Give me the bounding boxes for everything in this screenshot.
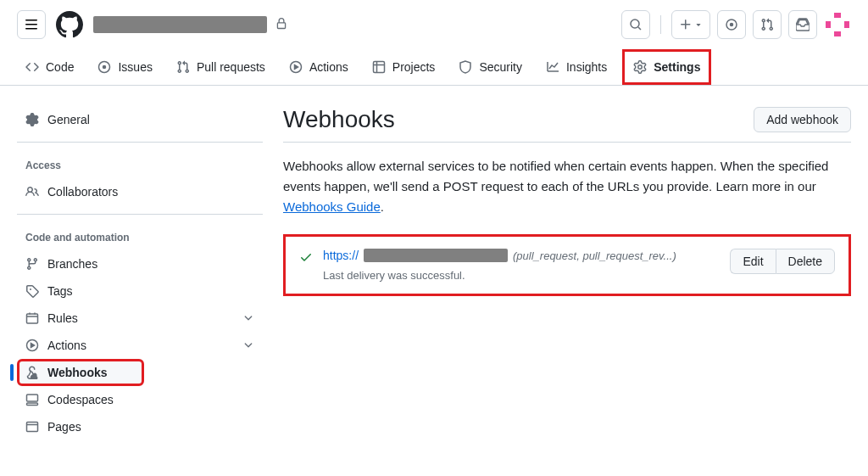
sidebar-item-label: Rules — [47, 311, 78, 325]
top-header — [0, 0, 868, 49]
svg-rect-16 — [27, 423, 38, 432]
nav-issues-label: Issues — [118, 60, 152, 74]
webhook-events: (pull_request, pull_request_rev...) — [513, 249, 676, 262]
plus-icon — [679, 18, 693, 31]
issue-icon — [97, 60, 111, 74]
repo-name-redacted — [93, 16, 267, 33]
header-left — [17, 10, 287, 39]
sidebar-item-label: General — [47, 113, 90, 126]
shield-icon — [459, 60, 472, 74]
sidebar-item-collaborators[interactable]: Collaborators — [17, 178, 263, 205]
pull-requests-global-button[interactable] — [753, 10, 782, 39]
svg-rect-15 — [27, 403, 38, 406]
nav-projects[interactable]: Projects — [364, 49, 444, 85]
graph-icon — [546, 60, 559, 74]
webhook-status: Last delivery was successful. — [323, 269, 720, 282]
nav-pull-requests[interactable]: Pull requests — [168, 49, 274, 85]
webhook-protocol: https:// — [323, 249, 359, 262]
nav-insights-label: Insights — [566, 60, 607, 74]
lock-icon — [275, 18, 287, 32]
create-new-button[interactable] — [671, 10, 710, 39]
webhook-url-row[interactable]: https:// (pull_request, pull_request_rev… — [323, 249, 720, 262]
sidebar-item-webhooks[interactable]: Webhooks — [17, 359, 144, 386]
nav-actions[interactable]: Actions — [281, 49, 357, 85]
header-divider — [660, 15, 661, 34]
description-text-1: Webhooks allow external services to be n… — [283, 159, 828, 193]
user-avatar[interactable] — [824, 11, 851, 38]
sidebar-item-label: Tags — [47, 284, 73, 298]
svg-rect-7 — [834, 31, 841, 36]
sidebar-item-label: Branches — [47, 257, 97, 271]
gear-icon — [25, 113, 39, 126]
sidebar-item-label: Collaborators — [47, 185, 118, 199]
nav-security-label: Security — [479, 60, 522, 74]
sidebar-item-rules[interactable]: Rules — [17, 305, 263, 332]
code-icon — [25, 60, 39, 74]
svg-rect-14 — [27, 395, 38, 401]
check-icon — [299, 250, 313, 266]
play-icon — [289, 60, 303, 74]
nav-insights[interactable]: Insights — [537, 49, 615, 85]
sidebar-item-tags[interactable]: Tags — [17, 277, 263, 305]
notifications-button[interactable] — [788, 10, 817, 39]
tag-icon — [25, 284, 39, 298]
sidebar-heading-code-automation: Code and automation — [17, 225, 263, 250]
add-webhook-button[interactable]: Add webhook — [754, 107, 851, 132]
nav-actions-label: Actions — [309, 60, 348, 74]
dot-circle-icon — [725, 18, 738, 31]
sidebar-item-codespaces[interactable]: Codespaces — [17, 386, 263, 413]
nav-settings-label: Settings — [654, 60, 700, 74]
page-header: Webhooks Add webhook — [283, 106, 851, 143]
codespaces-icon — [25, 393, 39, 406]
repo-nav-list: Code Issues Pull requests Actions Projec… — [17, 49, 851, 85]
sidebar-heading-access: Access — [17, 153, 263, 178]
page-description: Webhooks allow external services to be n… — [283, 156, 851, 217]
repo-breadcrumb[interactable] — [93, 16, 287, 33]
sidebar-item-label: Codespaces — [47, 393, 114, 406]
chevron-down-icon — [242, 312, 254, 324]
dropdown-caret-icon — [694, 20, 703, 29]
sidebar-item-label: Webhooks — [47, 366, 108, 379]
webhook-actions: Edit Delete — [730, 249, 835, 274]
delete-webhook-button[interactable]: Delete — [776, 249, 835, 274]
issues-global-button[interactable] — [717, 10, 746, 39]
header-right — [621, 10, 851, 39]
inbox-icon — [796, 18, 810, 31]
nav-issues[interactable]: Issues — [89, 49, 160, 85]
git-pull-request-icon — [176, 60, 190, 74]
github-logo[interactable] — [56, 11, 83, 38]
svg-point-2 — [731, 24, 733, 26]
sidebar-item-branches[interactable]: Branches — [17, 250, 263, 277]
nav-code[interactable]: Code — [17, 49, 82, 85]
svg-rect-4 — [834, 13, 841, 18]
main-layout: General Access Collaborators Code and au… — [0, 86, 868, 461]
chevron-down-icon — [242, 339, 254, 351]
avatar-identicon-icon — [824, 11, 851, 38]
github-logo-icon — [56, 11, 83, 38]
search-icon — [629, 18, 643, 31]
svg-rect-6 — [844, 21, 849, 28]
search-button[interactable] — [621, 10, 650, 39]
sidebar-item-general[interactable]: General — [17, 106, 263, 133]
description-text-2: . — [381, 199, 384, 214]
edit-webhook-button[interactable]: Edit — [730, 249, 775, 274]
webhook-url-redacted — [364, 249, 508, 262]
gear-icon — [633, 60, 647, 74]
nav-security[interactable]: Security — [450, 49, 531, 85]
sidebar-divider — [17, 214, 263, 215]
svg-rect-12 — [27, 314, 38, 323]
webhook-icon — [25, 366, 39, 379]
svg-rect-5 — [826, 21, 831, 28]
webhooks-guide-link[interactable]: Webhooks Guide — [283, 199, 381, 214]
sidebar-item-label: Actions — [47, 339, 86, 352]
page-content: Webhooks Add webhook Webhooks allow exte… — [283, 106, 851, 440]
git-pull-request-icon — [760, 18, 774, 31]
pages-icon — [25, 420, 39, 434]
svg-point-0 — [631, 20, 639, 28]
rules-icon — [25, 311, 39, 325]
hamburger-menu-button[interactable] — [17, 10, 46, 39]
sidebar-item-pages[interactable]: Pages — [17, 413, 263, 440]
nav-settings[interactable]: Settings — [622, 49, 711, 85]
nav-projects-label: Projects — [392, 60, 436, 74]
sidebar-item-actions[interactable]: Actions — [17, 332, 263, 359]
